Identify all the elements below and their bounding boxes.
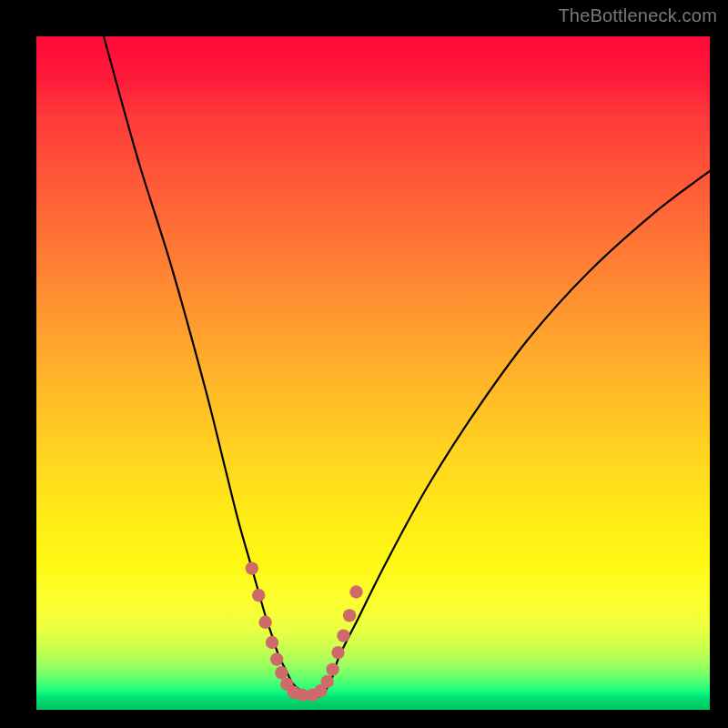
marker-group	[246, 561, 363, 702]
curve-marker	[246, 561, 258, 574]
chart-frame: TheBottleneck.com	[0, 0, 728, 728]
curve-marker	[320, 675, 333, 688]
curve-marker	[337, 629, 349, 642]
watermark-text: TheBottleneck.com	[558, 5, 717, 26]
curve-marker	[349, 585, 362, 598]
bottleneck-curve	[104, 36, 710, 697]
curve-marker	[326, 662, 339, 675]
curve-marker	[258, 616, 271, 629]
curve-marker	[266, 636, 278, 649]
curve-marker	[270, 652, 283, 665]
chart-plot-area	[36, 36, 710, 710]
curve-marker	[252, 589, 265, 602]
curve-marker	[331, 646, 344, 659]
curve-marker	[275, 666, 288, 679]
curve-marker	[343, 609, 356, 622]
chart-svg-layer	[36, 36, 710, 710]
